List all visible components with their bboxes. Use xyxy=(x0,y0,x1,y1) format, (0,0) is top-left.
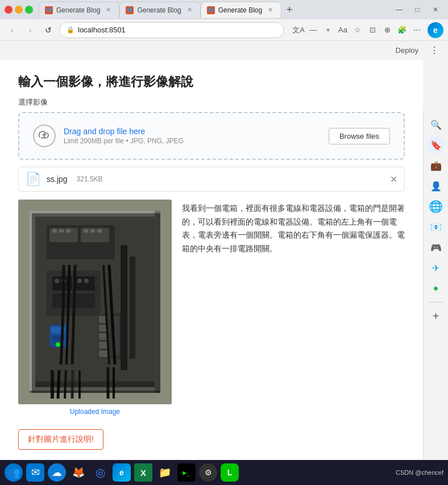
favorites-icon[interactable]: ☆ xyxy=(351,24,364,36)
taskbar-line-icon[interactable]: L xyxy=(221,463,239,482)
title-bar: 🌐 Generate Blog ✕ 🌐 Generate Blog ✕ 🌐 Ge… xyxy=(0,0,448,19)
address-text: localhost:8501 xyxy=(78,26,126,34)
taskbar-terminal-icon[interactable]: ▶_ xyxy=(177,463,196,482)
restore-button[interactable]: □ xyxy=(409,3,425,16)
tab-1[interactable]: 🌐 Generate Blog ✕ xyxy=(39,2,119,18)
taskbar-people-icon[interactable]: 👥 xyxy=(5,463,23,482)
lock-icon: 🔒 xyxy=(67,26,74,34)
svg-rect-5 xyxy=(30,211,160,213)
main-content: 輸入一個影像，將進行影像解說 選擇影像 Drag and drop file xyxy=(0,60,423,485)
window-controls: — □ ✕ xyxy=(391,3,443,16)
deploy-button[interactable]: Deploy xyxy=(391,45,423,56)
svg-rect-40 xyxy=(35,382,155,387)
file-close-button[interactable]: ✕ xyxy=(390,174,397,185)
svg-point-26 xyxy=(84,279,89,283)
sidebar-game-icon[interactable]: 🎮 xyxy=(427,238,445,256)
svg-rect-22 xyxy=(75,293,95,308)
taskbar-github-icon[interactable]: ⚙ xyxy=(199,463,217,482)
more-options-button[interactable]: ⋮ xyxy=(428,43,441,57)
upload-text: Drag and drop file here Limit 200MB per … xyxy=(64,127,184,145)
extensions-icon[interactable]: 🧩 xyxy=(396,24,408,36)
uploaded-image-container: Uploaded Image xyxy=(18,200,172,416)
translate-icon[interactable]: 文A xyxy=(292,24,305,36)
generate-button[interactable]: 針對圖片進行說明! xyxy=(18,429,103,450)
sidebar-search-icon[interactable]: 🔍 xyxy=(427,115,445,134)
svg-point-23 xyxy=(55,279,59,283)
svg-point-31 xyxy=(57,343,59,346)
tab-2-close[interactable]: ✕ xyxy=(185,5,194,15)
tab-3-label: Generate Blog xyxy=(218,6,262,14)
sidebar-briefcase-icon[interactable]: 💼 xyxy=(427,156,445,175)
read-icon[interactable]: Aa xyxy=(337,24,349,36)
file-name: ss.jpg xyxy=(47,175,68,184)
uploaded-image xyxy=(18,200,172,404)
upload-cloud-icon xyxy=(33,125,56,147)
tab-2-favicon: 🌐 xyxy=(126,6,134,14)
svg-rect-16 xyxy=(90,229,95,233)
tab-3[interactable]: 🌐 Generate Blog ✕ xyxy=(201,2,281,18)
upload-left: Drag and drop file here Limit 200MB per … xyxy=(33,125,184,147)
taskbar-onedrive-icon[interactable]: ☁ xyxy=(48,463,66,482)
svg-rect-37 xyxy=(99,350,108,357)
drag-text-colored: Drag and drop file here xyxy=(64,127,145,136)
address-icons: 文A — + Aa ☆ ⊡ ⊕ 🧩 ⋯ e xyxy=(292,22,443,38)
taskbar-label: CSDN @chencef xyxy=(396,469,443,476)
collections-icon[interactable]: ⊕ xyxy=(381,24,393,36)
minimize-traffic-light[interactable] xyxy=(15,6,23,14)
file-icon: 📄 xyxy=(26,172,41,186)
tab-3-close[interactable]: ✕ xyxy=(266,5,275,15)
forward-button[interactable]: › xyxy=(23,23,38,38)
taskbar-mail-icon[interactable]: ✉ xyxy=(26,463,44,482)
svg-rect-42 xyxy=(30,391,160,393)
upload-zone[interactable]: Drag and drop file here Limit 200MB per … xyxy=(18,112,405,160)
close-traffic-light[interactable] xyxy=(5,6,13,14)
tab-2-label: Generate Blog xyxy=(137,6,181,14)
svg-rect-14 xyxy=(66,229,70,233)
split-icon[interactable]: ⊡ xyxy=(366,24,379,36)
zoom-out-icon[interactable]: — xyxy=(307,24,320,36)
edge-browser-icon[interactable]: e xyxy=(428,22,443,38)
toolbar-row: Deploy ⋮ xyxy=(0,41,448,60)
svg-rect-13 xyxy=(59,229,64,233)
svg-rect-12 xyxy=(52,229,57,233)
description-text: 我看到一個電箱，裡面有很多電線和電器設備，電箱的門是開著的，可以看到裡面的電線和… xyxy=(182,200,405,256)
traffic-lights xyxy=(5,6,33,14)
minimize-button[interactable]: — xyxy=(391,3,407,16)
svg-rect-20 xyxy=(75,276,95,291)
sidebar-add-icon[interactable]: + xyxy=(427,307,445,325)
refresh-button[interactable]: ↺ xyxy=(41,23,56,38)
tab-2[interactable]: 🌐 Generate Blog ✕ xyxy=(119,2,200,18)
sidebar-sphere-icon[interactable]: 🌐 xyxy=(427,197,445,215)
svg-rect-36 xyxy=(99,342,108,349)
svg-point-25 xyxy=(77,279,82,283)
upload-limit-text: Limit 200MB per file • JPG, PNG, JPEG xyxy=(64,137,184,145)
taskbar-edge-icon[interactable]: e xyxy=(113,463,131,482)
taskbar-firefox-icon[interactable]: 🦊 xyxy=(69,463,88,482)
zoom-in-icon[interactable]: + xyxy=(322,24,334,36)
section-label: 選擇影像 xyxy=(18,97,405,107)
tab-1-close[interactable]: ✕ xyxy=(103,5,113,15)
settings-icon[interactable]: ⋯ xyxy=(410,24,423,36)
close-button[interactable]: ✕ xyxy=(428,3,443,16)
address-input[interactable]: 🔒 localhost:8501 xyxy=(59,22,284,38)
sidebar-outlook-icon[interactable]: 📧 xyxy=(427,218,445,236)
tab-1-label: Generate Blog xyxy=(56,6,100,14)
image-caption: Uploaded Image xyxy=(70,408,120,416)
sidebar-user-icon[interactable]: 👤 xyxy=(427,177,445,195)
svg-rect-15 xyxy=(84,229,88,233)
maximize-traffic-light[interactable] xyxy=(25,6,33,14)
file-entry: 📄 ss.jpg 321.5KB ✕ xyxy=(18,167,405,192)
taskbar-fileexplorer-icon[interactable]: 📁 xyxy=(156,463,174,482)
taskbar-chrome-icon[interactable]: ◎ xyxy=(91,463,109,482)
sidebar-telegram-icon[interactable]: ✈ xyxy=(427,259,445,277)
svg-rect-41 xyxy=(155,211,160,393)
taskbar-excel-icon[interactable]: X xyxy=(134,463,152,482)
image-description-row: Uploaded Image 我看到一個電箱，裡面有很多電線和電器設備，電箱的門… xyxy=(18,200,405,416)
content-wrapper: 輸入一個影像，將進行影像解說 選擇影像 Drag and drop file xyxy=(0,60,448,485)
sidebar-spotify-icon[interactable]: ● xyxy=(427,279,445,297)
sidebar-bookmark-icon[interactable]: 🔖 xyxy=(427,136,445,154)
back-button[interactable]: ‹ xyxy=(5,23,19,38)
browser-frame: 🌐 Generate Blog ✕ 🌐 Generate Blog ✕ 🌐 Ge… xyxy=(0,0,448,485)
new-tab-button[interactable]: + xyxy=(281,2,297,18)
browse-files-button[interactable]: Browse files xyxy=(329,128,390,144)
